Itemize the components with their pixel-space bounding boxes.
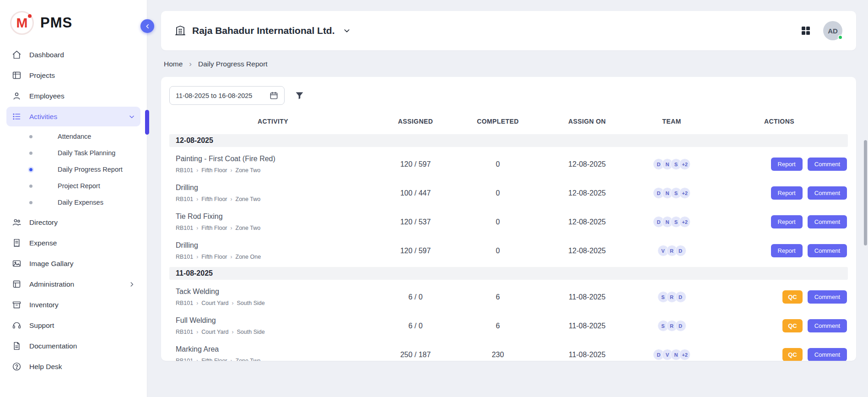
team-cell: DNS+2 xyxy=(633,187,711,199)
team-avatar[interactable]: D xyxy=(675,320,686,332)
sidebar-item-projects[interactable]: Projects xyxy=(6,65,140,85)
sidebar-item-image-gallary[interactable]: Image Gallary xyxy=(6,254,140,273)
sidebar-item-label: Activities xyxy=(29,113,57,121)
activity-location-path: RB101›Fifth Floor›Zone Two xyxy=(176,196,377,202)
actions-cell: ReportComment xyxy=(711,244,848,257)
actions-cell: QCComment xyxy=(711,290,848,304)
actions-cell: ReportComment xyxy=(711,186,848,200)
team-overflow-badge[interactable]: +2 xyxy=(679,349,690,360)
sidebar-item-expense[interactable]: Expense xyxy=(6,233,140,253)
team-overflow-badge[interactable]: +2 xyxy=(679,187,690,199)
activity-location-path: RB101›Fifth Floor›Zone One xyxy=(176,254,377,260)
date-range-picker[interactable] xyxy=(169,86,285,105)
user-avatar[interactable]: AD xyxy=(823,21,842,40)
sidebar-subitem-daily-progress-report[interactable]: Daily Progress Report xyxy=(6,161,140,178)
chevron-right-icon xyxy=(129,281,135,288)
app-logo[interactable]: M PMS xyxy=(0,0,147,43)
sidebar: M PMS DashboardProjectsEmployeesActiviti… xyxy=(0,0,147,397)
qc-button[interactable]: QC xyxy=(782,319,803,332)
logo-icon: M xyxy=(10,11,34,35)
completed-value: 6 xyxy=(454,293,541,301)
table-row: Tack WeldingRB101›Court Yard›South Side6… xyxy=(169,283,848,311)
active-section-indicator xyxy=(145,110,149,135)
column-header-completed: COMPLETED xyxy=(454,118,541,125)
sidebar-item-directory[interactable]: Directory xyxy=(6,212,140,232)
activity-cell: DrillingRB101›Fifth Floor›Zone Two xyxy=(169,184,377,202)
sidebar-subitem-attendance[interactable]: Attendance xyxy=(6,128,140,145)
path-segment: RB101 xyxy=(176,196,193,202)
qc-button[interactable]: QC xyxy=(782,290,803,304)
team-overflow-badge[interactable]: +2 xyxy=(679,158,690,170)
team-cell: DNS+2 xyxy=(633,216,711,228)
scrollbar-thumb[interactable] xyxy=(864,140,867,245)
table-row: DrillingRB101›Fifth Floor›Zone Two100 / … xyxy=(169,179,848,207)
comment-button[interactable]: Comment xyxy=(808,290,847,304)
sidebar-subitem-daily-expenses[interactable]: Daily Expenses xyxy=(6,194,140,211)
sidebar-item-help-desk[interactable]: Help Desk xyxy=(6,357,140,376)
breadcrumb-home[interactable]: Home xyxy=(164,60,183,68)
comment-button[interactable]: Comment xyxy=(808,215,847,228)
table-header-row: ACTIVITYASSIGNEDCOMPLETEDASSIGN ONTEAMAC… xyxy=(169,116,848,132)
report-button[interactable]: Report xyxy=(771,186,803,200)
comment-button[interactable]: Comment xyxy=(808,158,847,171)
bullet-icon xyxy=(29,185,32,188)
date-range-input[interactable] xyxy=(176,92,260,99)
team-avatar[interactable]: D xyxy=(675,291,686,303)
column-header-assign-on: ASSIGN ON xyxy=(541,118,633,125)
sidebar-item-label: Projects xyxy=(29,71,55,80)
sidebar-item-support[interactable]: Support xyxy=(6,315,140,335)
chevron-right-icon: › xyxy=(196,225,198,231)
team-cell: VRD xyxy=(633,245,711,256)
column-header-actions: ACTIONS xyxy=(711,118,848,125)
comment-button[interactable]: Comment xyxy=(808,319,847,332)
sidebar-item-activities[interactable]: Activities xyxy=(6,107,140,126)
company-selector[interactable]: Raja Bahadur International Ltd. xyxy=(175,25,350,36)
support-icon xyxy=(12,321,22,330)
report-button[interactable]: Report xyxy=(771,158,803,171)
projects-icon xyxy=(12,71,22,80)
path-segment: RB101 xyxy=(176,358,193,361)
actions-cell: QCComment xyxy=(711,319,848,332)
sidebar-subitem-label: Attendance xyxy=(58,133,91,140)
team-overflow-badge[interactable]: +2 xyxy=(679,216,690,228)
sidebar-item-inventory[interactable]: Inventory xyxy=(6,295,140,315)
comment-button[interactable]: Comment xyxy=(808,186,847,200)
sidebar-subitem-project-report[interactable]: Project Report xyxy=(6,178,140,194)
report-card: ACTIVITYASSIGNEDCOMPLETEDASSIGN ONTEAMAC… xyxy=(161,77,856,361)
breadcrumb-current: Daily Progress Report xyxy=(198,60,268,68)
report-button[interactable]: Report xyxy=(771,215,803,228)
bullet-icon xyxy=(29,135,32,138)
path-segment: Court Yard xyxy=(201,300,228,306)
comment-button[interactable]: Comment xyxy=(808,244,847,257)
sidebar-item-label: Directory xyxy=(29,218,58,227)
report-button[interactable]: Report xyxy=(771,244,803,257)
sidebar-item-employees[interactable]: Employees xyxy=(6,86,140,106)
sidebar-subitem-daily-task-planning[interactable]: Daily Task Planning xyxy=(6,145,140,161)
assign-on-date: 11-08-2025 xyxy=(541,351,633,359)
comment-button[interactable]: Comment xyxy=(808,348,847,361)
filter-icon[interactable] xyxy=(295,91,304,100)
top-header: Raja Bahadur International Ltd. AD xyxy=(161,11,856,50)
table-row: Full WeldingRB101›Court Yard›South Side6… xyxy=(169,311,848,340)
assign-on-date: 12-08-2025 xyxy=(541,189,633,197)
sidebar-item-label: Inventory xyxy=(29,301,59,309)
chevron-right-icon: › xyxy=(196,167,198,174)
activity-name: Full Welding xyxy=(176,316,377,325)
avatar-initials: AD xyxy=(828,27,838,35)
path-segment: RB101 xyxy=(176,254,193,260)
sidebar-item-label: Administration xyxy=(29,280,74,288)
assigned-value: 120 / 597 xyxy=(377,247,454,255)
chevron-right-icon: › xyxy=(231,167,232,174)
sidebar-item-dashboard[interactable]: Dashboard xyxy=(6,45,140,65)
team-avatar[interactable]: D xyxy=(675,245,686,256)
sidebar-item-label: Employees xyxy=(29,92,65,100)
documentation-icon xyxy=(12,341,22,351)
sidebar-item-administration[interactable]: Administration xyxy=(6,274,140,294)
qc-button[interactable]: QC xyxy=(782,348,803,361)
chevron-right-icon: › xyxy=(231,196,232,202)
sidebar-collapse-button[interactable] xyxy=(140,19,154,33)
sidebar-subitem-label: Daily Task Planning xyxy=(58,149,115,157)
chevron-right-icon: › xyxy=(232,300,234,306)
apps-grid-icon[interactable] xyxy=(800,25,811,36)
sidebar-item-documentation[interactable]: Documentation xyxy=(6,336,140,356)
